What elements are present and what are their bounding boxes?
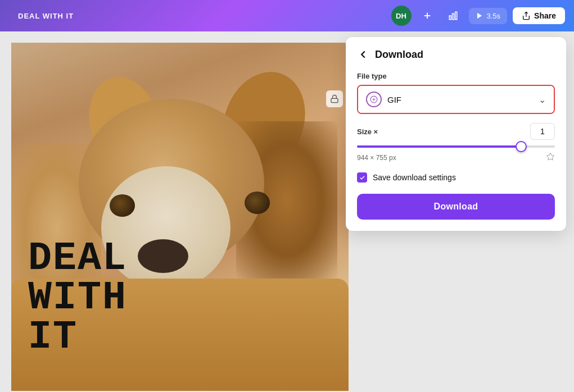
dog-nose [138, 239, 188, 273]
project-title: DEAL WITH IT [18, 12, 74, 20]
dog-eye-right [245, 192, 270, 214]
svg-rect-3 [452, 13, 454, 20]
save-settings-checkbox[interactable] [357, 172, 367, 183]
slider-fill [357, 145, 521, 148]
file-type-value: GIF [387, 95, 401, 104]
add-collaborator-button[interactable] [417, 6, 437, 26]
slider-track [357, 145, 555, 148]
canvas-text: DEALWITHIT [28, 239, 127, 357]
dimensions-text: 944 × 755 px [357, 154, 396, 162]
dimensions-row: 944 × 755 px [357, 152, 555, 163]
file-type-label: File type [357, 72, 555, 80]
download-button[interactable]: Download [357, 194, 555, 220]
svg-rect-7 [331, 98, 338, 102]
back-button[interactable] [357, 48, 369, 61]
svg-rect-2 [449, 16, 451, 20]
canvas-area: DEALWITHIT Download File type [0, 31, 574, 392]
file-type-select-display[interactable]: GIF ⌄ [358, 86, 554, 113]
quality-icon [546, 152, 555, 163]
lock-button[interactable] [326, 90, 343, 107]
share-button[interactable]: Share [513, 7, 565, 24]
share-label: Share [534, 11, 556, 20]
play-button[interactable]: 3.5s [469, 8, 508, 24]
file-type-selector[interactable]: GIF ⌄ [357, 85, 555, 114]
gif-icon [366, 92, 382, 107]
topbar: DEAL WITH IT DH 3.5s Share [0, 0, 574, 31]
save-settings-label: Save download settings [373, 173, 456, 182]
dog-eye-left [110, 194, 135, 217]
size-label: Size × [357, 127, 378, 136]
svg-rect-4 [455, 12, 457, 20]
file-type-left: GIF [366, 92, 401, 107]
chevron-down-icon: ⌄ [539, 94, 546, 105]
size-slider[interactable] [357, 145, 555, 148]
design-canvas: DEALWITHIT [11, 43, 349, 391]
play-duration: 3.5s [487, 12, 501, 20]
panel-title: Download [375, 49, 423, 61]
size-input[interactable] [530, 123, 555, 140]
avatar[interactable]: DH [391, 6, 412, 26]
svg-marker-5 [477, 13, 481, 19]
analytics-button[interactable] [443, 6, 463, 26]
slider-thumb[interactable] [516, 141, 527, 152]
download-panel: Download File type GIF ⌄ [346, 37, 566, 231]
panel-header: Download [357, 48, 555, 61]
size-row: Size × [357, 123, 555, 140]
save-settings-row[interactable]: Save download settings [357, 172, 555, 183]
